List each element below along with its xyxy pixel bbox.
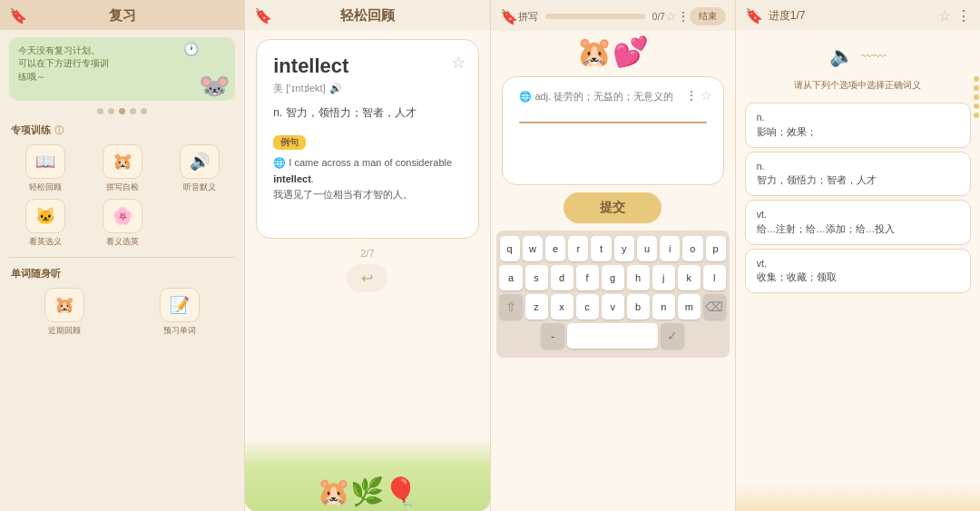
special-training-title: 专项训练 ⓘ (0, 120, 244, 141)
key-shift[interactable]: ⇧ (499, 294, 522, 319)
key-g[interactable]: g (602, 265, 624, 290)
easy-review-icon-box: 📖 (25, 144, 65, 179)
scene-decoration: 🐹🌿🎈 (245, 438, 489, 511)
nav-back-button[interactable]: ↩ (347, 264, 387, 292)
solo-listen-title: 单词随身听 (0, 263, 244, 284)
audio-lines: 〰〰 (861, 49, 887, 64)
key-z[interactable]: z (525, 294, 548, 319)
key-t[interactable]: t (591, 236, 611, 261)
training-item-overdue-review[interactable]: 🐹 近期回顾 (9, 288, 120, 337)
submit-button[interactable]: 提交 (564, 192, 662, 223)
key-q[interactable]: q (500, 236, 520, 261)
example-zh: 我遇见了一位相当有才智的人。 (273, 189, 413, 200)
end-button[interactable]: 结束 (690, 7, 726, 25)
key-l[interactable]: l (703, 265, 726, 290)
clock-icon: 🕐 (183, 42, 199, 56)
key-space[interactable] (567, 323, 658, 349)
kb-row-1: q w e r t y u i o p (500, 236, 726, 261)
key-y[interactable]: y (614, 236, 634, 261)
key-dash[interactable]: - (541, 323, 564, 349)
progress-count: 0/7 (652, 12, 665, 22)
training-item-eng-meaning[interactable]: 🐱 看英选义 (9, 199, 81, 248)
option-1-text: n.影响；效果； (757, 112, 817, 137)
example-en: I came across a man of considerable inte… (273, 157, 452, 184)
panel1-title: 复习 (109, 7, 136, 23)
dot-1 (97, 108, 103, 114)
panel4-star-icon[interactable]: ☆ (938, 7, 951, 25)
key-d[interactable]: d (551, 265, 573, 290)
word-definition: n. 智力，领悟力；智者，人才 (273, 104, 461, 122)
key-f[interactable]: f (576, 265, 599, 290)
key-u[interactable]: u (637, 236, 657, 261)
key-w[interactable]: w (523, 236, 543, 261)
training-item-spell-check[interactable]: 🐹 拼写自检 (86, 144, 158, 193)
overdue-review-label: 近期回顾 (48, 325, 81, 337)
panel3-progress-label: 拼写 (518, 10, 538, 24)
training-item-meaning-eng[interactable]: 🌸 看义选英 (86, 199, 158, 248)
audio-area[interactable]: 🔈 〰〰 (736, 30, 980, 75)
dot-3 (119, 108, 125, 114)
dot-4 (130, 108, 136, 114)
panel2-title: 轻松回顾 (340, 7, 395, 23)
key-k[interactable]: k (678, 265, 701, 290)
binder-dot-1 (974, 76, 979, 82)
key-x[interactable]: x (551, 294, 573, 319)
spell-hint: 🌐 adj. 徒劳的；无益的；无意义的 (519, 90, 707, 103)
key-p[interactable]: p (706, 236, 726, 261)
key-m[interactable]: m (678, 294, 701, 319)
word-phonetic: 美 [ˈɪntɪlekt] 🔊 (273, 82, 461, 95)
spell-card: 🌐 adj. 徒劳的；无益的；无意义的 ⋮ ☆ (502, 76, 724, 185)
spell-star-icon[interactable]: ☆ (701, 88, 712, 103)
keyboard: q w e r t y u i o p a s d f g h j k l ⇧ … (496, 231, 730, 358)
nav-area: ↩ (245, 264, 489, 292)
panel3-menu-icon[interactable]: ⋮ (677, 9, 690, 24)
training-item-preview-word[interactable]: 📝 预习单词 (125, 288, 236, 337)
key-i[interactable]: i (660, 236, 680, 261)
panel-spelling: 🔖 拼写 0/7 ☆ ⋮ 结束 🐹💕 🌐 adj. 徒劳的；无益的；无意义的 ⋮… (491, 0, 736, 511)
scene-hamster-icon: 🐹🌿🎈 (317, 476, 417, 507)
binder-dot-4 (974, 103, 979, 109)
key-b[interactable]: b (627, 294, 650, 319)
listen-grid: 🐹 近期回顾 📝 预习单词 (0, 284, 244, 340)
meaning-eng-label: 看义选英 (106, 236, 139, 248)
training-item-listen-recite[interactable]: 🔊 听音默义 (163, 144, 235, 193)
binder-dots (973, 73, 980, 122)
key-e[interactable]: e (545, 236, 565, 261)
audio-icon[interactable]: 🔊 (329, 83, 342, 94)
word-title: intellect (273, 54, 461, 78)
key-v[interactable]: v (602, 294, 624, 319)
key-r[interactable]: r (568, 236, 588, 261)
option-card-1[interactable]: n.影响；效果； (745, 103, 971, 148)
hamster-mascot-icon: 🐹💕 (576, 35, 649, 68)
option-card-2[interactable]: n.智力，领悟力；智者，人才 (745, 152, 971, 197)
spell-check-label: 拼写自检 (106, 182, 139, 193)
panel1-header: 🔖 复习 (0, 0, 244, 30)
key-backspace[interactable]: ⌫ (703, 294, 726, 319)
spell-check-icon-box: 🐹 (103, 144, 142, 179)
key-h[interactable]: h (627, 265, 650, 290)
key-a[interactable]: a (499, 265, 522, 290)
listen-recite-label: 听音默义 (183, 182, 216, 193)
word-page-indicator: 2/7 (245, 248, 489, 259)
panel4-menu-icon[interactable]: ⋮ (956, 7, 971, 25)
key-confirm[interactable]: ✓ (661, 323, 684, 349)
bottom-decoration (736, 484, 980, 511)
binder-dot-3 (974, 94, 979, 100)
spell-menu-icon[interactable]: ⋮ (685, 88, 698, 103)
word-star-icon[interactable]: ☆ (451, 53, 466, 73)
panel-progress: 🔖 进度1/7 ☆ ⋮ 🔈 〰〰 请从下列个选项中选择正确词义 n.影响；效果；… (736, 0, 980, 511)
easy-review-label: 轻松回顾 (29, 182, 62, 193)
option-4-text: vt.收集；收藏；领取 (757, 258, 837, 283)
key-c[interactable]: c (576, 294, 599, 319)
key-n[interactable]: n (652, 294, 675, 319)
option-card-3[interactable]: vt.给…注射；给…添加；给…投入 (745, 200, 971, 245)
option-card-4[interactable]: vt.收集；收藏；领取 (745, 249, 971, 294)
key-j[interactable]: j (652, 265, 675, 290)
key-s[interactable]: s (525, 265, 548, 290)
bookmark-icon: 🔖 (9, 7, 27, 25)
training-grid: 📖 轻松回顾 🐹 拼写自检 🔊 听音默义 🐱 看英选义 🌸 看义选英 (0, 141, 244, 251)
panel3-star-icon[interactable]: ☆ (665, 9, 677, 24)
key-o[interactable]: o (682, 236, 702, 261)
training-item-easy-review[interactable]: 📖 轻松回顾 (9, 144, 81, 193)
speaker-icon: 🔈 (829, 44, 854, 68)
